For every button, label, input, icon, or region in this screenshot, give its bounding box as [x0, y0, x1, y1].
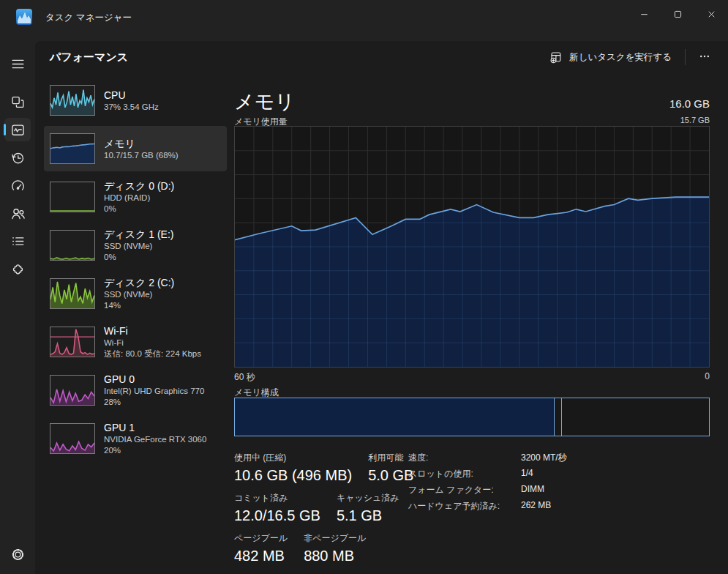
- stat-form-factor-label: フォーム ファクター:: [408, 484, 518, 496]
- stat-hardware-reserved-value: 262 MB: [521, 500, 567, 512]
- stat-committed: コミット済み12.0/16.5 GB: [234, 492, 320, 524]
- stat-in-use-compressed-label: 使用中 (圧縮): [234, 452, 352, 464]
- processes-nav-button[interactable]: [0, 88, 35, 116]
- stat-paged-pool-value: 482 MB: [234, 548, 288, 564]
- gpu0-sparkline: [50, 375, 95, 406]
- device-item-disk2[interactable]: ディスク 2 (C:)SSD (NVMe)14%: [44, 271, 227, 316]
- memory-total: 16.0 GB: [669, 97, 710, 112]
- memory-composition-bar: [234, 398, 710, 436]
- composition-segment-in-use: [235, 398, 555, 436]
- users-nav-button[interactable]: [0, 199, 35, 227]
- device-item-disk0[interactable]: ディスク 0 (D:)HDD (RAID)0%: [44, 174, 227, 220]
- memory-stats-right: 速度:3200 MT/秒スロットの使用:1/4フォーム ファクター:DIMMハー…: [408, 452, 567, 512]
- services-nav-button[interactable]: [0, 255, 35, 283]
- stat-cached-value: 5.1 GB: [337, 507, 399, 524]
- stat-hardware-reserved-label: ハードウェア予約済み:: [408, 500, 518, 512]
- stat-speed-label: 速度:: [408, 452, 518, 464]
- stat-committed-label: コミット済み: [234, 492, 320, 504]
- device-name: Wi-Fi: [104, 324, 201, 338]
- page-header: パフォーマンス 新しいタスクを実行する: [35, 41, 728, 73]
- device-detail: 28%: [104, 397, 204, 408]
- x-axis-left-label: 60 秒: [234, 371, 255, 384]
- rail-nav: [0, 88, 35, 283]
- performance-nav-button[interactable]: [0, 116, 35, 144]
- task-manager-app-icon: [16, 9, 32, 25]
- memory-sparkline: [50, 133, 95, 164]
- app-history-icon: [10, 150, 26, 165]
- stat-in-use-compressed-value: 10.6 GB (496 MB): [234, 467, 352, 484]
- app-history-nav-button[interactable]: [0, 144, 35, 171]
- more-options-button[interactable]: [690, 46, 719, 69]
- close-icon: [705, 8, 718, 20]
- more-options-icon: [699, 51, 710, 62]
- stat-slots-used-value: 1/4: [521, 468, 567, 480]
- stat-slots-used-label: スロットの使用:: [408, 468, 518, 480]
- device-detail: SSD (NVMe): [104, 289, 174, 300]
- memory-usage-chart-svg: [235, 127, 709, 367]
- stat-paged-pool: ページプール482 MB: [234, 532, 288, 564]
- stat-committed-value: 12.0/16.5 GB: [234, 507, 320, 524]
- startup-apps-icon: [10, 178, 26, 193]
- run-new-task-label: 新しいタスクを実行する: [569, 51, 672, 64]
- stat-paged-pool-label: ページプール: [234, 532, 288, 545]
- minimize-button[interactable]: [627, 0, 661, 28]
- content-area: パフォーマンス 新しいタスクを実行する: [35, 41, 728, 574]
- startup-apps-nav-button[interactable]: [0, 171, 35, 199]
- new-task-icon: [549, 51, 563, 64]
- device-name: ディスク 0 (D:): [104, 179, 174, 193]
- stat-non-paged-pool-label: 非ページプール: [304, 532, 366, 545]
- device-name: GPU 0: [104, 373, 204, 386]
- close-button[interactable]: [694, 0, 728, 28]
- settings-button[interactable]: [0, 540, 35, 568]
- stat-non-paged-pool-value: 880 MB: [304, 548, 366, 564]
- cpu-sparkline: [50, 85, 95, 116]
- device-item-disk1[interactable]: ディスク 1 (E:)SSD (NVMe)0%: [44, 223, 227, 268]
- device-item-wifi[interactable]: Wi-FiWi-Fi送信: 80.0 受信: 224 Kbps: [44, 319, 227, 365]
- device-detail: 20%: [104, 445, 206, 456]
- wifi-sparkline: [50, 327, 95, 357]
- maximize-button[interactable]: [661, 0, 694, 28]
- device-item-memory[interactable]: メモリ10.7/15.7 GB (68%): [44, 126, 227, 171]
- x-axis-right-label: 0: [705, 371, 710, 384]
- window-controls: [627, 0, 728, 28]
- device-list: CPU37% 3.54 GHzメモリ10.7/15.7 GB (68%)ディスク…: [44, 78, 227, 464]
- stat-available-value: 5.0 GB: [368, 467, 413, 484]
- memory-stats-left: 使用中 (圧縮)10.6 GB (496 MB)利用可能5.0 GBコミット済み…: [234, 452, 406, 573]
- device-detail: 0%: [104, 204, 174, 215]
- stat-cached-label: キャッシュ済み: [337, 492, 399, 504]
- menu-button[interactable]: [0, 50, 35, 78]
- device-item-gpu0[interactable]: GPU 0Intel(R) UHD Graphics 77028%: [44, 368, 227, 413]
- run-new-task-button[interactable]: 新しいタスクを実行する: [541, 45, 680, 69]
- device-name: GPU 1: [104, 421, 206, 434]
- memory-detail-panel: メモリ 16.0 GB メモリ使用量 15.7 GB 60 秒 0 メモリ構成 …: [234, 77, 710, 538]
- hamburger-menu-icon: [10, 56, 26, 72]
- stat-available-label: 利用可能: [368, 452, 413, 464]
- disk1-sparkline: [50, 230, 95, 261]
- composition-segment-divider: [561, 398, 562, 436]
- device-detail: 10.7/15.7 GB (68%): [104, 150, 179, 161]
- device-detail: HDD (RAID): [104, 193, 174, 204]
- device-detail: 送信: 80.0 受信: 224 Kbps: [104, 348, 201, 359]
- disk2-sparkline: [50, 278, 95, 309]
- navigation-rail: [0, 41, 35, 574]
- performance-icon: [10, 122, 26, 138]
- device-item-cpu[interactable]: CPU37% 3.54 GHz: [44, 78, 227, 123]
- services-icon: [10, 261, 26, 277]
- maximize-icon: [672, 8, 684, 20]
- device-detail: Intel(R) UHD Graphics 770: [104, 386, 204, 397]
- gpu1-sparkline: [50, 423, 95, 454]
- details-icon: [10, 234, 26, 249]
- device-name: メモリ: [104, 137, 179, 150]
- device-item-gpu1[interactable]: GPU 1NVIDIA GeForce RTX 306020%: [44, 416, 227, 461]
- stat-speed-value: 3200 MT/秒: [521, 452, 567, 464]
- task-manager-window: タスク マネージャー パフォーマンス: [0, 0, 728, 574]
- stat-available: 利用可能5.0 GB: [368, 452, 413, 484]
- titlebar: タスク マネージャー: [0, 0, 728, 41]
- disk0-sparkline: [50, 182, 95, 212]
- device-detail: 0%: [104, 252, 173, 263]
- device-detail: 37% 3.54 GHz: [104, 102, 159, 113]
- window-title: タスク マネージャー: [45, 10, 132, 24]
- settings-gear-icon: [10, 547, 26, 562]
- minimize-icon: [638, 8, 650, 20]
- details-nav-button[interactable]: [0, 227, 35, 255]
